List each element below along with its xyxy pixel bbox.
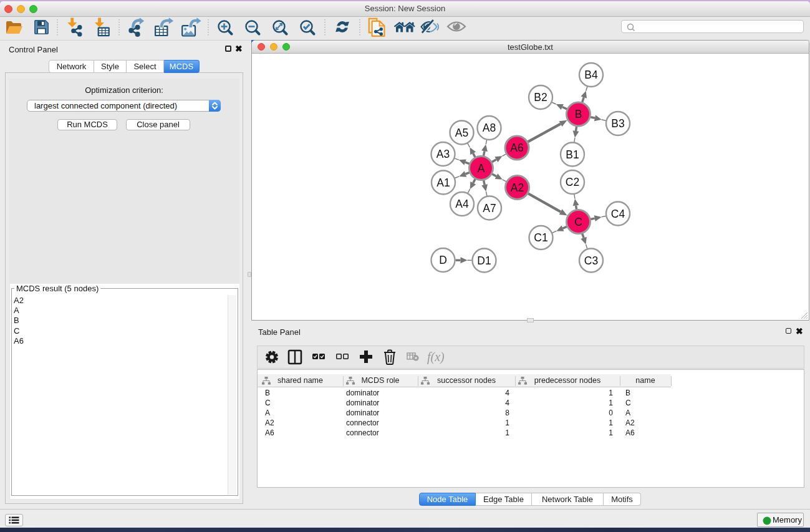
svg-text:D: D <box>439 254 447 266</box>
svg-text:A7: A7 <box>483 202 496 215</box>
svg-text:B: B <box>575 108 582 120</box>
svg-text:C1: C1 <box>534 231 547 244</box>
svg-text:C2: C2 <box>566 176 579 188</box>
svg-text:A6: A6 <box>510 142 523 154</box>
svg-text:B2: B2 <box>534 91 547 104</box>
svg-text:A5: A5 <box>455 127 468 139</box>
svg-text:C4: C4 <box>611 208 625 220</box>
svg-text:C3: C3 <box>584 254 598 267</box>
svg-text:A8: A8 <box>483 122 496 134</box>
svg-text:A2: A2 <box>511 181 524 194</box>
svg-text:B1: B1 <box>566 148 579 161</box>
svg-text:C: C <box>574 216 582 228</box>
svg-text:D1: D1 <box>477 254 491 267</box>
svg-text:A3: A3 <box>436 148 450 160</box>
svg-text:B3: B3 <box>611 117 624 130</box>
svg-text:f(x): f(x) <box>427 350 445 364</box>
svg-text:A1: A1 <box>436 177 450 189</box>
svg-text:B4: B4 <box>584 69 598 81</box>
svg-text:A4: A4 <box>455 198 469 210</box>
svg-text:A: A <box>478 162 485 175</box>
